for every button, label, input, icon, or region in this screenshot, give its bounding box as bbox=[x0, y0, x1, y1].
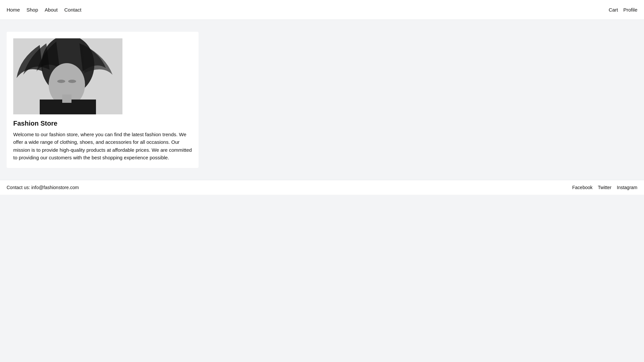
social-twitter[interactable]: Twitter bbox=[598, 185, 612, 190]
social-instagram[interactable]: Instagram bbox=[617, 185, 637, 190]
social-facebook[interactable]: Facebook bbox=[572, 185, 592, 190]
card-description: Welcome to our fashion store, where you … bbox=[13, 131, 192, 161]
social-links: Facebook Twitter Instagram bbox=[572, 185, 637, 190]
card-image bbox=[13, 38, 122, 114]
main-content: Fashion Store Welcome to our fashion sto… bbox=[0, 20, 644, 180]
site-header: Home Shop About Contact Cart Profile bbox=[0, 0, 644, 20]
svg-rect-5 bbox=[62, 95, 71, 103]
nav-contact[interactable]: Contact bbox=[64, 7, 81, 13]
left-nav: Home Shop About Contact bbox=[7, 7, 81, 13]
nav-cart[interactable]: Cart bbox=[609, 7, 618, 13]
site-footer: Contact us: info@fashionstore.com Facebo… bbox=[0, 180, 644, 195]
svg-point-6 bbox=[57, 80, 65, 83]
nav-shop[interactable]: Shop bbox=[26, 7, 38, 13]
featured-card: Fashion Store Welcome to our fashion sto… bbox=[7, 32, 199, 168]
nav-about[interactable]: About bbox=[45, 7, 58, 13]
right-nav: Cart Profile bbox=[609, 7, 637, 13]
card-title: Fashion Store bbox=[13, 120, 192, 127]
svg-point-7 bbox=[68, 80, 76, 83]
footer-contact: Contact us: info@fashionstore.com bbox=[7, 185, 79, 190]
nav-home[interactable]: Home bbox=[7, 7, 20, 13]
nav-profile[interactable]: Profile bbox=[623, 7, 637, 13]
